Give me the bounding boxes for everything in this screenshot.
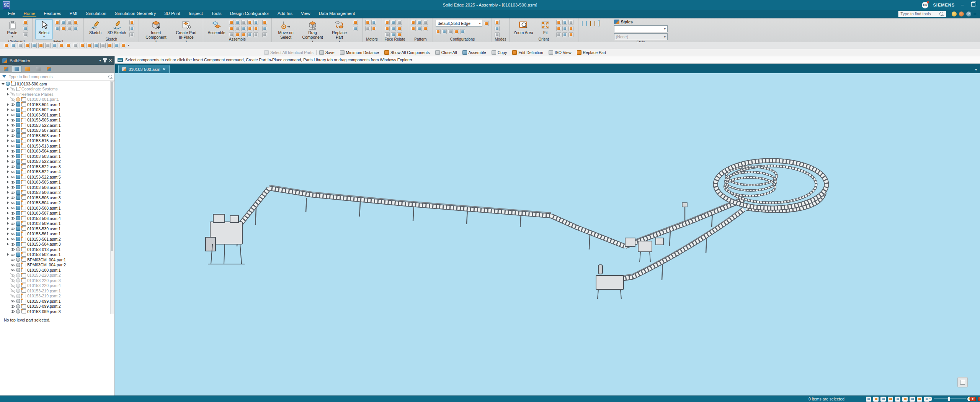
wireframe-view-icon[interactable] xyxy=(581,20,583,26)
prompt-bar-button[interactable]: Copy xyxy=(492,50,507,55)
component-name[interactable]: 010153-220.psm:2 xyxy=(27,273,61,277)
component-name[interactable]: 010153-522.asm:4 xyxy=(27,169,61,174)
table-view-icon[interactable] xyxy=(114,43,119,48)
component-name[interactable]: 010103-508.asm:1 xyxy=(27,206,61,210)
select-window-icon[interactable] xyxy=(80,43,85,48)
expand-arrow-icon[interactable] xyxy=(6,180,9,184)
zoom-out-button[interactable]: − xyxy=(928,397,932,401)
solid-mode-icon[interactable] xyxy=(495,20,500,25)
visibility-eye-icon[interactable] xyxy=(10,226,15,231)
component-name[interactable]: 010153-099.psm:2 xyxy=(27,304,61,308)
visibility-eye-icon[interactable] xyxy=(10,258,15,262)
common-views-icon[interactable] xyxy=(562,20,567,25)
layers-tab[interactable] xyxy=(23,66,33,72)
restore-button[interactable] xyxy=(970,2,976,8)
component-name[interactable]: 010153-561.asm:2 xyxy=(27,237,61,241)
rotate-icon[interactable] xyxy=(895,397,900,402)
pattern-along-curve-icon[interactable] xyxy=(423,20,428,25)
zoom-slider-thumb[interactable] xyxy=(948,397,950,401)
zoom-icon[interactable] xyxy=(873,397,879,402)
parts-library-tab[interactable] xyxy=(1,66,11,72)
tree-item[interactable]: 010153-502.asm:1 xyxy=(0,252,114,258)
component-name[interactable]: Reference Planes xyxy=(21,92,53,97)
pathfinder-tab[interactable] xyxy=(12,66,22,72)
connect-relation-icon[interactable] xyxy=(235,26,240,31)
visibility-eye-icon[interactable] xyxy=(10,190,15,195)
visibility-eye-icon[interactable] xyxy=(10,268,15,272)
expand-arrow-icon[interactable] xyxy=(6,170,9,173)
tree-item[interactable]: BPM63CM_004.par:2 xyxy=(0,263,114,268)
expand-arrow-icon[interactable] xyxy=(6,191,9,194)
minimize-ribbon-icon[interactable]: – xyxy=(973,11,976,16)
zoom-area-button[interactable]: Zoom Area xyxy=(512,19,535,36)
fence-select-icon[interactable] xyxy=(55,26,60,31)
solid-edge-logo[interactable]: SE xyxy=(3,1,10,9)
sensors-tab[interactable] xyxy=(33,66,43,72)
expand-arrow-icon[interactable] xyxy=(6,196,9,199)
menu-item[interactable]: Data Management xyxy=(315,10,359,18)
shaded-with-edges-view-icon[interactable] xyxy=(598,20,600,26)
gear-relation-icon[interactable] xyxy=(229,32,234,37)
select-visible-icon[interactable] xyxy=(73,20,78,25)
paint-select-icon[interactable] xyxy=(61,26,66,31)
user-avatar[interactable]: HK xyxy=(922,2,928,8)
expand-arrow-icon[interactable] xyxy=(6,103,9,106)
tree-item[interactable]: 010153-522.asm:3 xyxy=(0,164,114,169)
expand-arrow-icon[interactable] xyxy=(6,155,9,158)
duplicate-components-icon[interactable] xyxy=(417,26,422,31)
convert-to-curve-icon[interactable] xyxy=(129,32,134,37)
sheet-metal-mode-icon[interactable] xyxy=(495,26,500,31)
previous-view-icon[interactable] xyxy=(556,32,561,37)
view-pages-widget[interactable] xyxy=(957,377,968,387)
select-box-icon[interactable] xyxy=(61,20,66,25)
assembly-3d-model[interactable] xyxy=(115,73,980,395)
drag-component-button[interactable]: Drag Component xyxy=(299,19,326,44)
component-name[interactable]: 010153-506.asm:4 xyxy=(27,216,61,221)
visibility-eye-icon[interactable] xyxy=(10,211,15,215)
spin-tool-icon[interactable] xyxy=(568,26,573,31)
qat-more-chevron-icon[interactable]: ▾ xyxy=(128,44,129,47)
copy-icon[interactable] xyxy=(23,26,28,31)
insert-relation-icon[interactable] xyxy=(229,26,234,31)
circular-pattern-icon[interactable] xyxy=(417,20,422,25)
copy-image-icon[interactable] xyxy=(23,32,28,37)
delete-configuration-icon[interactable] xyxy=(460,29,465,34)
search-icon[interactable] xyxy=(939,12,943,16)
menu-item[interactable]: Add Ins xyxy=(273,10,297,18)
component-name[interactable]: 010153-013.psm:1 xyxy=(27,247,61,252)
prompt-bar-button[interactable]: Assemble xyxy=(462,50,486,55)
visibility-eye-icon[interactable] xyxy=(10,289,15,293)
visibility-eye-icon[interactable] xyxy=(10,309,15,313)
component-name[interactable]: 010153-508.asm:1 xyxy=(27,133,61,138)
path-relation-icon[interactable] xyxy=(247,32,252,37)
component-name[interactable]: 010153-099.psm:1 xyxy=(27,299,61,304)
save-icon[interactable] xyxy=(24,43,30,48)
offset-faces-icon[interactable] xyxy=(397,26,402,31)
display-configurations-icon[interactable] xyxy=(436,29,441,34)
tree-item[interactable]: 010153-099.psm:1 xyxy=(0,299,114,304)
visibility-eye-icon[interactable] xyxy=(10,304,15,308)
update-configuration-icon[interactable] xyxy=(454,29,459,34)
visibility-eye-icon[interactable] xyxy=(10,123,15,127)
menu-item[interactable]: Tools xyxy=(207,10,226,18)
expand-arrow-icon[interactable] xyxy=(6,217,9,220)
coincident-plane-icon[interactable] xyxy=(129,20,134,25)
minimize-button[interactable]: – xyxy=(959,2,965,8)
active-window-icon[interactable] xyxy=(93,43,99,48)
tree-item[interactable]: 010153-561.asm:2 xyxy=(0,236,114,242)
component-name[interactable]: 010153-219.psm:2 xyxy=(27,294,61,298)
relation-options-icon[interactable] xyxy=(262,26,267,31)
tree-item[interactable]: 010153-219.psm:1 xyxy=(0,288,114,294)
happy-feedback-icon[interactable] xyxy=(952,11,957,16)
save-as-icon[interactable] xyxy=(31,43,37,48)
visibility-eye-icon[interactable] xyxy=(10,232,15,236)
menu-item[interactable]: Simulation xyxy=(82,10,111,18)
refresh-window-icon[interactable] xyxy=(562,32,567,37)
zoom-slider[interactable] xyxy=(934,399,966,399)
visibility-eye-icon[interactable] xyxy=(10,201,15,205)
tree-item[interactable]: 010103-506.asm:1 xyxy=(0,185,114,190)
tree-item[interactable]: 010153-506.asm:2 xyxy=(0,190,114,195)
component-name[interactable]: 010153-539.asm:1 xyxy=(27,226,61,231)
visibility-eye-icon[interactable] xyxy=(10,278,15,282)
deactivate-part-icon[interactable] xyxy=(67,26,72,31)
